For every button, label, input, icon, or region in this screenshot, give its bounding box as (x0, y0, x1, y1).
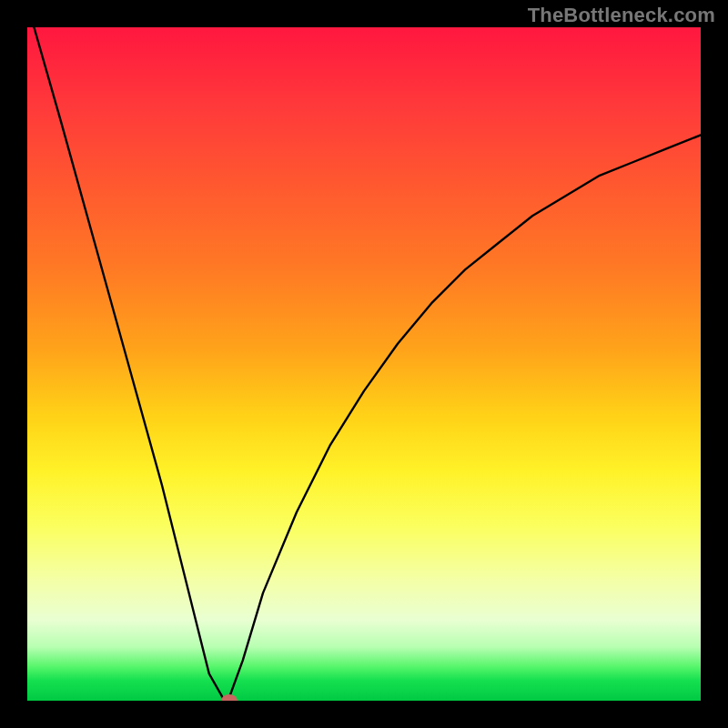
bottleneck-curve (27, 27, 701, 701)
chart-frame: TheBottleneck.com (0, 0, 728, 728)
highlight-dot (221, 694, 238, 701)
watermark-text: TheBottleneck.com (528, 4, 715, 27)
plot-area (27, 27, 701, 701)
